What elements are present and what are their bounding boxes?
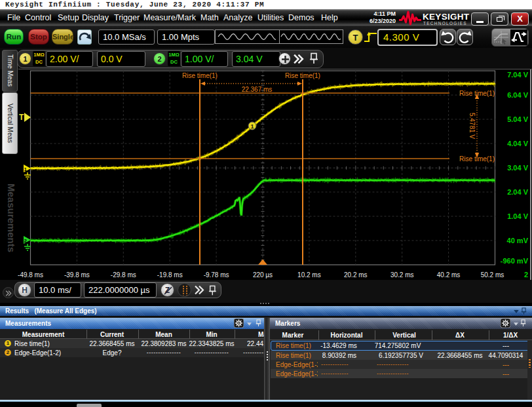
svg-text:3.04 V: 3.04 V <box>507 164 528 172</box>
svg-text:2: 2 <box>24 238 28 244</box>
svg-text:10.2 ms: 10.2 ms <box>297 271 321 279</box>
svg-text:1.04 V: 1.04 V <box>507 212 528 220</box>
svg-text:7.04 V: 7.04 V <box>507 71 528 79</box>
svg-text:T: T <box>19 113 24 122</box>
svg-text:20.2 ms: 20.2 ms <box>344 271 368 279</box>
svg-text:2.04 V: 2.04 V <box>507 188 528 196</box>
svg-text:50.2 ms: 50.2 ms <box>481 271 504 279</box>
svg-text:5.4781 V: 5.4781 V <box>468 113 476 139</box>
svg-text:2: 2 <box>524 271 528 279</box>
svg-text:5.04 V: 5.04 V <box>507 115 528 123</box>
svg-text:4.04 V: 4.04 V <box>507 140 528 147</box>
svg-text:30.2 ms: 30.2 ms <box>390 271 414 279</box>
svg-text:6.04 V: 6.04 V <box>507 91 528 99</box>
svg-text:1: 1 <box>250 123 254 130</box>
svg-text:40 mV: 40 mV <box>507 237 529 244</box>
svg-text:-960 mV: -960 mV <box>501 257 529 265</box>
svg-text:-49.8 ms: -49.8 ms <box>18 271 43 279</box>
svg-text:Rise time(1): Rise time(1) <box>182 72 218 79</box>
svg-text:220 µs: 220 µs <box>253 271 273 279</box>
svg-text:-19.8 ms: -19.8 ms <box>157 271 183 279</box>
svg-text:-39.8 ms: -39.8 ms <box>64 271 90 279</box>
svg-text:1: 1 <box>24 166 28 172</box>
svg-text:22.367 ms: 22.367 ms <box>242 86 273 93</box>
svg-text:-9.78 ms: -9.78 ms <box>204 271 229 279</box>
svg-text:40.2 ms: 40.2 ms <box>437 271 461 279</box>
svg-text:Rise time(1): Rise time(1) <box>285 72 320 79</box>
svg-text:-29.8 ms: -29.8 ms <box>111 271 136 279</box>
